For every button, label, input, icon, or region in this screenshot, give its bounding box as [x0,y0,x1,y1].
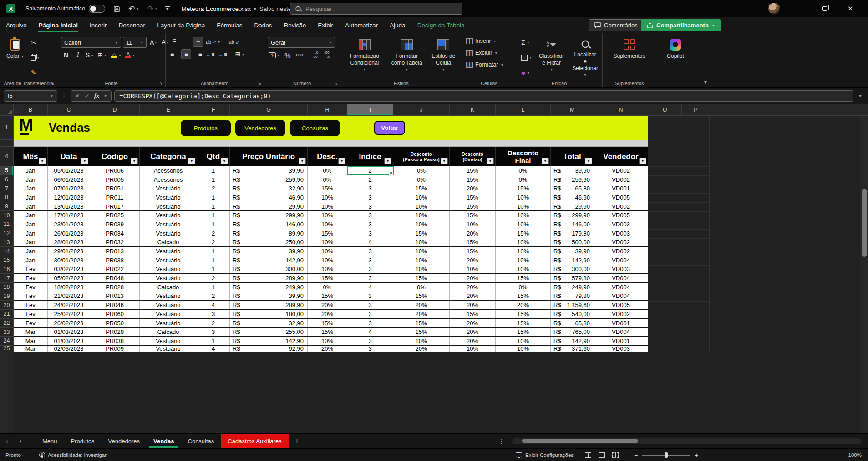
cell-E9[interactable]: Vestuário [140,202,197,211]
row-header-5[interactable]: 5 [0,166,14,175]
enter-icon[interactable]: ✓ [84,92,90,100]
cell-J12[interactable]: 15% [393,229,450,238]
cell-M13[interactable]: R$500,00 [551,238,594,247]
prev-sheet-icon[interactable]: ‹ [0,437,14,445]
cell-G24[interactable]: R$142,90 [230,337,308,345]
ribbon-tab-arquivo[interactable]: Arquivo [0,17,33,33]
cell-F15[interactable]: 1 [197,256,230,265]
cell-L25[interactable]: 10% [496,346,551,352]
cell-H21[interactable]: 20% [308,310,347,318]
cell-N21[interactable]: VD002 [594,310,648,318]
document-title[interactable]: Meteora Ecommerce.xlsx • Salvo neste PC … [182,5,308,12]
cell-D11[interactable]: PR039 [90,220,140,229]
cell-I14[interactable]: 3 [347,247,393,256]
comments-button[interactable]: Comentários [589,19,644,31]
align-center-button[interactable]: ≡ [181,49,191,59]
cell-C6[interactable]: 06/01/2023 [48,175,90,184]
grow-font-button[interactable]: A˄ [148,37,158,47]
sort-filter-button[interactable]: AZ Classificar e Filtrar▼ [536,37,567,78]
cell-I17[interactable]: 3 [347,274,393,282]
cell-M18[interactable]: R$249,90 [551,283,594,292]
cell-D25[interactable]: PR009 [90,346,140,352]
cell-G21[interactable]: R$180,00 [230,310,308,318]
cell-I20[interactable]: 3 [347,301,393,309]
cell-C15[interactable]: 30/01/2023 [48,256,90,265]
dialog-launcher-icon[interactable]: ↘ [51,81,55,86]
cell-K14[interactable]: 15% [450,247,496,256]
cell-H11[interactable]: 10% [308,220,347,229]
italic-button[interactable]: I [73,50,83,60]
cell-I19[interactable]: 3 [347,292,393,301]
cell-G25[interactable]: R$92,90 [230,346,308,352]
cell-L17[interactable]: 15% [496,274,551,282]
increase-indent-button[interactable]: →≡ [217,49,228,59]
sheet-tab-cadastros-auxiliares[interactable]: Cadastros Auxiliares [221,434,289,448]
cell-L19[interactable]: 15% [496,292,551,301]
vertical-scrollbar[interactable] [860,116,868,433]
cell-K19[interactable]: 20% [450,292,496,301]
display-settings-button[interactable]: Exibir Configurações [516,452,574,458]
cell-L21[interactable]: 15% [496,310,551,318]
conditional-formatting-button[interactable]: Formatação Condicional▼ [344,37,385,78]
cell-J6[interactable]: 0% [393,175,450,184]
cell-I9[interactable]: 3 [347,202,393,211]
row-header-9[interactable]: 9 [0,202,14,211]
filter-button[interactable]: ▼ [131,158,138,164]
fill-button[interactable]: ↓▼ [520,53,533,63]
page-break-view-icon[interactable] [612,452,619,458]
cell-H19[interactable]: 15% [308,292,347,301]
row-header-16[interactable]: 16 [0,265,14,274]
cell-G7[interactable]: R$32,90 [230,184,308,193]
number-format-select[interactable]: Geral▼ [268,37,335,48]
addins-button[interactable]: Suplementos [610,37,648,78]
cell-J7[interactable]: 15% [393,184,450,193]
cell-D8[interactable]: PR011 [90,193,140,202]
comma-style-button[interactable]: 000 [294,50,305,60]
ribbon-tab-f-rmulas[interactable]: Fórmulas [211,17,248,33]
next-sheet-icon[interactable]: › [14,437,27,445]
cell-E5[interactable]: Acessórios [140,166,197,175]
cell-K20[interactable]: 20% [450,301,496,309]
tab-bar-splitter[interactable]: ⋮ [498,437,505,445]
cell-C5[interactable]: 05/01/2023 [48,166,90,175]
cell-C16[interactable]: 03/02/2023 [48,265,90,274]
cell-L15[interactable]: 10% [496,256,551,265]
cell-K7[interactable]: 20% [450,184,496,193]
row-header-21[interactable]: 21 [0,310,14,319]
ribbon-tab-automatizar[interactable]: Automatizar [339,17,384,33]
sheet-tab-vendedores[interactable]: Vendedores [102,434,147,448]
cell-L13[interactable]: 10% [496,238,551,247]
zoom-slider-thumb[interactable] [665,452,668,458]
cell-L24[interactable]: 10% [496,337,551,345]
cell-H17[interactable]: 15% [308,274,347,282]
cell-J24[interactable]: 10% [393,337,450,345]
cell-J10[interactable]: 10% [393,211,450,220]
cell-B16[interactable]: Fev [14,265,48,274]
banner-nav-produtos[interactable]: Produtos [181,120,231,136]
cell-J9[interactable]: 10% [393,202,450,211]
cell-F17[interactable]: 2 [197,274,230,282]
cell-B25[interactable]: Mar [14,346,48,352]
cell-K10[interactable]: 15% [450,211,496,220]
cell-L6[interactable]: 0% [496,175,551,184]
cell-N20[interactable]: VD005 [594,301,648,309]
cell-L20[interactable]: 20% [496,301,551,309]
cell-D15[interactable]: PR038 [90,256,140,265]
cell-I6[interactable]: 2 [347,175,393,184]
cell-D23[interactable]: PR029 [90,328,140,336]
cell-M7[interactable]: R$65,80 [551,184,594,193]
cell-B5[interactable]: Jan [14,166,48,175]
cell-D24[interactable]: PR038 [90,337,140,345]
cell-E7[interactable]: Vestuário [140,184,197,193]
cell-H24[interactable]: 10% [308,337,347,345]
filter-button[interactable]: ▼ [338,158,345,164]
cell-H23[interactable]: 15% [308,328,347,336]
cell-I7[interactable]: 3 [347,184,393,193]
filter-button[interactable]: ▼ [299,158,306,164]
cell-D12[interactable]: PR034 [90,229,140,238]
add-sheet-button[interactable]: + [295,437,299,445]
cell-H6[interactable]: 0% [308,175,347,184]
cell-F18[interactable]: 1 [197,283,230,292]
cell-K21[interactable]: 15% [450,310,496,318]
cell-K5[interactable]: 15% [450,166,496,175]
